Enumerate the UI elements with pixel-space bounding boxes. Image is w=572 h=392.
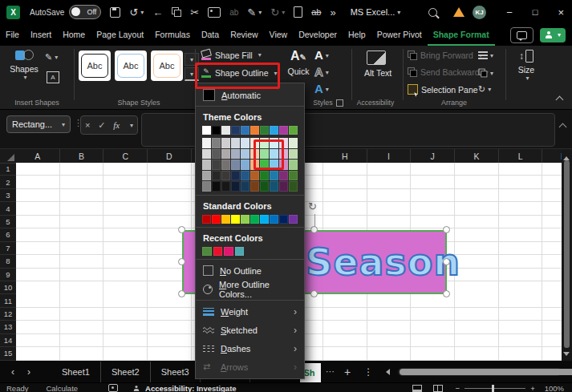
menu-item-weight[interactable]: Weight› <box>196 302 304 321</box>
row-header[interactable]: 3 <box>0 189 16 202</box>
color-swatch[interactable] <box>212 171 221 181</box>
color-swatch[interactable] <box>250 181 259 192</box>
color-swatch[interactable] <box>289 160 298 170</box>
color-swatch[interactable] <box>202 171 211 181</box>
name-box[interactable]: Rectang...▾ <box>6 115 71 133</box>
row-header[interactable]: 11 <box>0 294 16 307</box>
select-all-button[interactable] <box>0 149 16 163</box>
color-swatch[interactable] <box>231 138 240 148</box>
ribbon-tab[interactable]: View <box>264 24 294 46</box>
scroll-up-icon[interactable] <box>563 153 570 160</box>
color-swatch[interactable] <box>250 138 259 148</box>
row-header[interactable]: 8 <box>0 255 16 268</box>
ribbon-tab[interactable]: Formulas <box>149 24 196 46</box>
comments-button[interactable] <box>510 27 533 43</box>
zoom-slider[interactable] <box>464 388 525 389</box>
column-header[interactable]: L <box>499 149 543 163</box>
column-header[interactable]: B <box>60 149 104 163</box>
text-outline-button[interactable]: A▾ <box>314 65 329 79</box>
color-swatch[interactable] <box>231 160 240 170</box>
rotate-button[interactable]: ↻▾ <box>478 84 491 95</box>
color-swatch[interactable] <box>241 126 249 135</box>
color-swatch[interactable] <box>221 149 230 160</box>
collapse-formula-bar-button[interactable] <box>559 123 567 131</box>
avatar[interactable]: KJ <box>473 6 486 19</box>
row-header[interactable]: 10 <box>0 281 16 294</box>
color-swatch[interactable] <box>221 215 230 224</box>
ribbon-tab[interactable]: Developer <box>293 24 343 46</box>
color-swatch[interactable] <box>289 181 298 192</box>
color-swatch[interactable] <box>250 126 259 135</box>
sheet-tab[interactable]: Sheet2 <box>100 362 150 382</box>
shape-outline-button[interactable]: ✎ Shape Outline▾ <box>201 68 278 78</box>
shape-style-thumb[interactable]: Abc <box>151 51 183 81</box>
menu-item-sketched[interactable]: Sketched› <box>196 321 304 339</box>
row-header[interactable]: 14 <box>0 334 16 347</box>
shape-style-thumb[interactable]: Abc <box>79 51 111 81</box>
color-swatch[interactable] <box>212 160 221 170</box>
color-swatch[interactable] <box>241 149 249 160</box>
menu-item-no-outline[interactable]: No Outline <box>196 261 304 280</box>
new-sheet-button[interactable]: + <box>344 366 351 378</box>
previous-sheet-button[interactable]: ‹ <box>11 366 14 378</box>
rotate-handle-icon[interactable]: ↻ <box>308 200 317 212</box>
color-swatch[interactable] <box>241 171 249 181</box>
color-swatch[interactable] <box>212 181 221 192</box>
color-swatch[interactable] <box>241 138 249 148</box>
menu-item-automatic[interactable]: Automatic <box>196 86 304 104</box>
color-swatch[interactable] <box>221 138 230 148</box>
column-header[interactable]: H <box>323 149 367 163</box>
document-title[interactable]: MS Excel...▾ <box>351 7 401 17</box>
color-swatch[interactable] <box>260 215 269 224</box>
zoom-out-button[interactable]: − <box>456 384 460 392</box>
send-backward-button[interactable]: Send Backward▾ <box>408 67 489 77</box>
status-accessibility[interactable]: Accessibility: Investigate <box>145 384 237 392</box>
column-header[interactable]: M <box>542 149 562 163</box>
sheet-tab[interactable]: Sheet3 <box>150 362 200 382</box>
color-swatch[interactable] <box>202 149 211 160</box>
resize-handle[interactable] <box>310 290 318 297</box>
color-swatch[interactable] <box>289 138 298 148</box>
warning-icon[interactable] <box>453 7 464 17</box>
column-header[interactable]: J <box>411 149 455 163</box>
sheet-overflow-icon[interactable]: ⋯ <box>326 366 335 377</box>
color-swatch[interactable] <box>260 126 269 135</box>
sheet-menu-icon[interactable]: ⋮ <box>363 366 373 378</box>
row-header[interactable]: 1 <box>0 163 16 176</box>
row-header[interactable]: 5 <box>0 216 16 228</box>
color-swatch[interactable] <box>289 149 298 160</box>
text-box-button[interactable]: A <box>47 71 59 83</box>
close-button[interactable]: × <box>558 6 564 18</box>
align-button[interactable]: ▾ <box>478 51 493 59</box>
text-effects-button[interactable]: A▾ <box>314 82 329 96</box>
vertical-scrollbar[interactable] <box>562 149 572 361</box>
ribbon-tab[interactable]: Home <box>57 24 91 46</box>
enter-button[interactable]: ✓ <box>98 120 105 131</box>
color-swatch[interactable] <box>212 149 221 160</box>
ribbon-tab[interactable]: Shape Format <box>428 24 495 46</box>
minimize-button[interactable]: − <box>506 6 513 18</box>
color-swatch[interactable] <box>231 149 240 160</box>
insert-function-button[interactable]: fx <box>113 120 120 130</box>
autosave-toggle[interactable]: Off <box>69 5 101 19</box>
zoom-in-button[interactable]: + <box>530 384 535 392</box>
row-header[interactable]: 15 <box>0 347 16 360</box>
replace-button[interactable]: ab <box>229 8 238 17</box>
row-header[interactable]: 12 <box>0 308 16 321</box>
maximize-button[interactable]: □ <box>533 7 538 17</box>
color-swatch[interactable] <box>202 215 211 224</box>
menu-item-more-outline-colors[interactable]: More Outline Colors... <box>196 280 304 298</box>
color-swatch[interactable] <box>213 247 223 257</box>
bring-forward-button[interactable]: Bring Forward▾ <box>408 51 482 60</box>
color-swatch[interactable] <box>270 171 278 181</box>
color-swatch[interactable] <box>250 149 259 160</box>
page-layout-view-icon[interactable] <box>412 385 422 392</box>
color-swatch[interactable] <box>260 171 269 181</box>
color-swatch[interactable] <box>279 126 288 135</box>
gallery-up-button[interactable]: ▾ <box>185 53 199 66</box>
size-button[interactable]: ↕ Size ▾ <box>511 50 542 82</box>
macro-record-icon[interactable] <box>108 384 118 392</box>
redo-button[interactable]: ↻▾ <box>270 6 285 18</box>
horizontal-scrollbar[interactable] <box>398 368 562 376</box>
color-swatch[interactable] <box>289 215 298 224</box>
